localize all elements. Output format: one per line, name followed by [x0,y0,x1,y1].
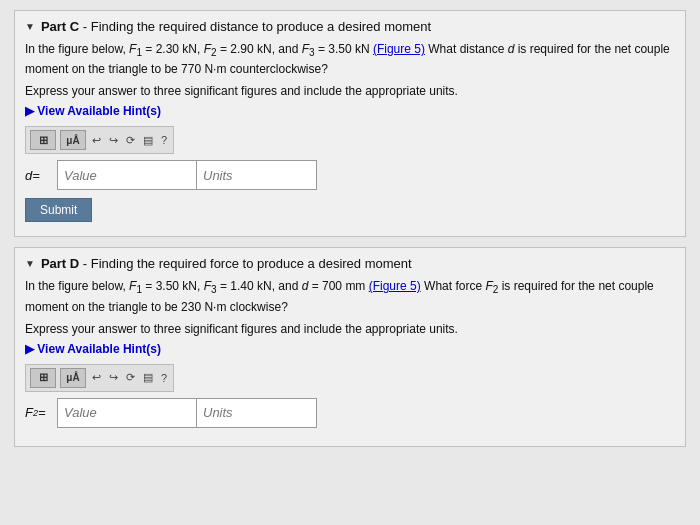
part-c-toolbar-matrix-icon[interactable]: ⊞ [30,130,56,150]
part-d-section: ▼ Part D - Finding the required force to… [14,247,686,446]
part-c-value-input[interactable] [57,160,197,190]
part-d-toolbar-keyboard-icon[interactable]: ▤ [141,370,155,385]
part-c-toolbar-undo-icon[interactable]: ↩ [90,133,103,148]
part-d-title: Part D - Finding the required force to p… [41,256,412,271]
part-c-toolbar-refresh-icon[interactable]: ⟳ [124,133,137,148]
part-c-problem-text: In the figure below, F1 = 2.30 kN, F2 = … [25,40,675,78]
part-c-toolbar-keyboard-icon[interactable]: ▤ [141,133,155,148]
part-c-figure-link[interactable]: (Figure 5) [373,42,425,56]
part-d-toolbar-redo-icon[interactable]: ↪ [107,370,120,385]
part-c-collapse-arrow[interactable]: ▼ [25,21,35,32]
part-d-units-input[interactable] [197,398,317,428]
part-c-bold-label: Part C [41,19,79,34]
part-d-toolbar-matrix-icon[interactable]: ⊞ [30,368,56,388]
part-d-toolbar-refresh-icon[interactable]: ⟳ [124,370,137,385]
part-d-collapse-arrow[interactable]: ▼ [25,258,35,269]
part-d-text1: In the figure below, F1 = 3.50 kN, F3 = … [25,279,369,293]
part-d-toolbar: ⊞ μÅ ↩ ↪ ⟳ ▤ ? [25,364,174,392]
part-d-hint-link[interactable]: ▶ View Available Hint(s) [25,342,675,356]
part-d-toolbar-help-icon[interactable]: ? [159,371,169,385]
part-d-problem-text: In the figure below, F1 = 3.50 kN, F3 = … [25,277,675,315]
page-container: ▼ Part C - Finding the required distance… [0,0,700,525]
part-c-text1: In the figure below, F1 = 2.30 kN, F2 = … [25,42,373,56]
part-d-toolbar-units-icon[interactable]: μÅ [60,368,86,388]
part-c-desc: Finding the required distance to produce… [91,19,431,34]
part-d-bold-label: Part D [41,256,79,271]
part-d-value-input[interactable] [57,398,197,428]
part-c-submit-button[interactable]: Submit [25,198,92,222]
part-c-input-label: d = [25,160,53,190]
part-d-dash: - [83,256,91,271]
part-c-toolbar: ⊞ μÅ ↩ ↪ ⟳ ▤ ? [25,126,174,154]
part-c-header: ▼ Part C - Finding the required distance… [25,19,675,34]
part-d-header: ▼ Part D - Finding the required force to… [25,256,675,271]
part-d-input-label: F2 = [25,398,53,428]
part-c-toolbar-redo-icon[interactable]: ↪ [107,133,120,148]
part-d-toolbar-undo-icon[interactable]: ↩ [90,370,103,385]
part-d-figure-link[interactable]: (Figure 5) [369,279,421,293]
part-c-title: Part C - Finding the required distance t… [41,19,431,34]
part-c-hint-link[interactable]: ▶ View Available Hint(s) [25,104,675,118]
part-c-dash: - [83,19,91,34]
part-c-express-text: Express your answer to three significant… [25,84,675,98]
part-c-toolbar-help-icon[interactable]: ? [159,133,169,147]
part-d-desc: Finding the required force to produce a … [91,256,412,271]
part-c-section: ▼ Part C - Finding the required distance… [14,10,686,237]
part-c-toolbar-units-icon[interactable]: μÅ [60,130,86,150]
part-d-input-row: F2 = [25,398,675,428]
part-c-input-row: d = [25,160,675,190]
part-d-express-text: Express your answer to three significant… [25,322,675,336]
part-c-units-input[interactable] [197,160,317,190]
